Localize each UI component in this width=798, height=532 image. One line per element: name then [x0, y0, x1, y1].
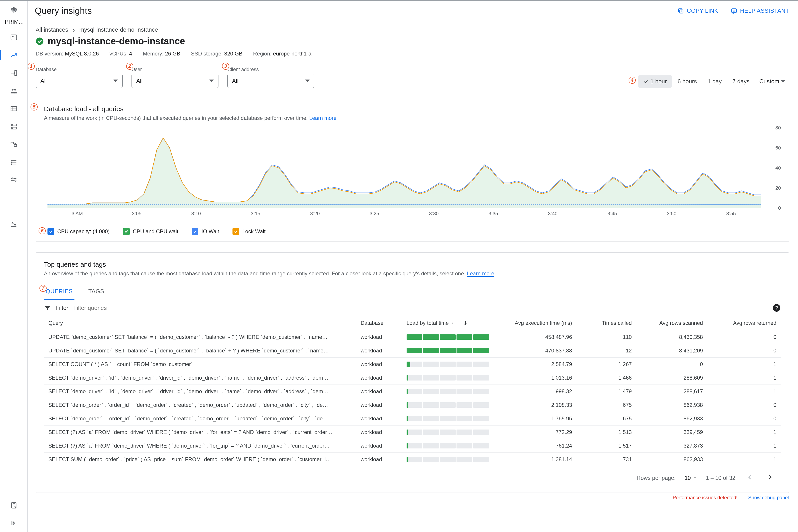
- cell-rows-returned: 1: [707, 358, 781, 371]
- col-avg-exec[interactable]: Avg execution time (ms): [498, 316, 576, 330]
- pagination: Rows per page: 10 1 – 10 of 32: [44, 466, 781, 486]
- help-icon[interactable]: ?: [773, 304, 780, 312]
- filter-queries-input[interactable]: [73, 304, 768, 312]
- col-rows-returned[interactable]: Avg rows returned: [707, 316, 781, 330]
- nav-item-tables[interactable]: [0, 100, 27, 118]
- help-assistant-button[interactable]: HELP ASSISTANT: [731, 7, 789, 14]
- nav-item-settings[interactable]: [0, 171, 27, 189]
- nav-item-query-insights[interactable]: [0, 46, 27, 64]
- filter-icon: [44, 305, 51, 311]
- cell-query: SELECT `demo_driver` . `id` , `demo_driv…: [44, 385, 356, 398]
- cell-query: SELECT COUNT ( * ) AS `__count` FROM `de…: [44, 358, 356, 371]
- nav-item-release-notes[interactable]: [0, 496, 27, 514]
- legend-lock-wait[interactable]: Lock Wait: [233, 228, 265, 235]
- chart-title: Database load - all queries: [44, 105, 781, 113]
- col-database[interactable]: Database: [356, 316, 402, 330]
- cell-database: workload: [356, 330, 402, 344]
- table-row[interactable]: UPDATE `demo_customer` SET `balance` = (…: [44, 330, 781, 344]
- time-chip-7days[interactable]: 7 days: [727, 75, 755, 88]
- svg-point-4: [14, 89, 16, 91]
- cell-rows-scanned: 288,609: [636, 371, 707, 385]
- tab-tags[interactable]: TAGS: [87, 283, 106, 300]
- chevron-down-icon: [781, 80, 785, 83]
- svg-point-19: [11, 164, 12, 165]
- database-load-chart[interactable]: 020406080 3 AM3:053:103:153:203:253:303:…: [44, 128, 781, 222]
- svg-point-17: [11, 160, 12, 160]
- chart-subtitle: A measure of the work (in CPU-seconds) t…: [44, 115, 781, 121]
- table-row[interactable]: SELECT `demo_order` . `order_id` , `demo…: [44, 412, 781, 425]
- time-chip-custom[interactable]: Custom: [755, 75, 789, 88]
- rows-per-page-select[interactable]: 10: [685, 475, 697, 481]
- client-address-filter[interactable]: All: [227, 74, 314, 88]
- learn-more-link[interactable]: Learn more: [309, 115, 337, 121]
- chevron-down-icon: [305, 79, 310, 82]
- learn-more-link[interactable]: Learn more: [467, 270, 495, 277]
- col-query[interactable]: Query: [44, 316, 356, 330]
- nav-item-collapse[interactable]: [0, 514, 27, 532]
- col-load[interactable]: Load by total time: [402, 316, 499, 330]
- time-chip-6hours[interactable]: 6 hours: [672, 75, 702, 88]
- user-filter[interactable]: All: [131, 74, 219, 88]
- svg-rect-30: [679, 9, 682, 12]
- svg-point-34: [36, 38, 43, 45]
- nav-item-users[interactable]: [0, 82, 27, 100]
- user-filter-label: User: [131, 66, 219, 72]
- cell-query: SELECT (?) AS `a` FROM `demo_driver` WHE…: [44, 439, 356, 453]
- cell-times-called: 12: [576, 344, 636, 358]
- nav-item-replication[interactable]: [0, 135, 27, 153]
- cell-rows-returned: 0: [707, 344, 781, 358]
- nav-item-backups[interactable]: [0, 118, 27, 135]
- cell-times-called: 1,466: [576, 371, 636, 385]
- cell-rows-returned: 1: [707, 439, 781, 453]
- tab-queries[interactable]: QUERIES: [44, 283, 74, 300]
- page-next-button[interactable]: [764, 472, 776, 484]
- page-header: Query insights COPY LINK HELP ASSISTANT: [27, 1, 798, 21]
- table-row[interactable]: SELECT `demo_order` . `order_id` , `demo…: [44, 398, 781, 412]
- table-row[interactable]: SELECT COUNT ( * ) AS `__count` FROM `de…: [44, 358, 781, 371]
- table-row[interactable]: SELECT `demo_driver` . `id` , `demo_driv…: [44, 371, 781, 385]
- legend-cpu-wait[interactable]: CPU and CPU wait: [123, 228, 178, 235]
- svg-rect-1: [12, 36, 13, 37]
- legend-io-wait[interactable]: IO Wait: [192, 228, 219, 235]
- product-logo[interactable]: [8, 4, 20, 16]
- cell-times-called: 1,517: [576, 439, 636, 453]
- svg-point-22: [15, 180, 16, 181]
- table-row[interactable]: SELECT `demo_driver` . `id` , `demo_driv…: [44, 385, 781, 398]
- annotation-badge-6: 6: [39, 227, 46, 234]
- cell-rows-scanned: 339,459: [636, 425, 707, 439]
- rows-per-page-label: Rows per page:: [637, 475, 675, 481]
- database-filter[interactable]: All: [36, 74, 123, 88]
- nav-item-dashboard[interactable]: [0, 28, 27, 46]
- nav-item-maintenance[interactable]: [0, 216, 27, 233]
- breadcrumb-root[interactable]: All instances: [36, 26, 68, 33]
- svg-point-11: [12, 128, 13, 129]
- cell-avg-exec: 761.24: [498, 439, 576, 453]
- cell-database: workload: [356, 371, 402, 385]
- cell-times-called: 1,513: [576, 425, 636, 439]
- show-debug-panel-link[interactable]: Show debug panel: [748, 495, 789, 500]
- annotation-badge-2: 2: [126, 63, 133, 70]
- table-row[interactable]: SELECT SUM ( `demo_order` . `price` ) AS…: [44, 453, 781, 466]
- table-row[interactable]: UPDATE `demo_customer` SET `balance` = (…: [44, 344, 781, 358]
- legend-cpu-capacity[interactable]: CPU capacity: (4.000): [48, 228, 110, 235]
- cell-rows-returned: 1: [707, 453, 781, 466]
- nav-item-import[interactable]: [0, 64, 27, 82]
- time-chip-1day[interactable]: 1 day: [703, 75, 727, 88]
- table-row[interactable]: SELECT (?) AS `a` FROM `demo_driver` WHE…: [44, 439, 781, 453]
- cell-avg-exec: 458,487.96: [498, 330, 576, 344]
- nav-item-operations[interactable]: [0, 153, 27, 171]
- page-prev-button[interactable]: [744, 472, 756, 484]
- cell-load: [402, 398, 499, 412]
- cell-load: [402, 412, 499, 425]
- cell-rows-scanned: 8,430,358: [636, 330, 707, 344]
- copy-link-button[interactable]: COPY LINK: [678, 7, 718, 14]
- cell-avg-exec: 2,584.79: [498, 358, 576, 371]
- cell-load: [402, 439, 499, 453]
- table-row[interactable]: SELECT (?) AS `a` FROM `demo_driver` WHE…: [44, 425, 781, 439]
- instance-meta: DB version: MySQL 8.0.26 vCPUs: 4 Memory…: [36, 51, 789, 57]
- svg-rect-13: [14, 145, 17, 147]
- cell-rows-returned: 0: [707, 412, 781, 425]
- col-rows-scanned[interactable]: Avg rows scanned: [636, 316, 707, 330]
- col-times-called[interactable]: Times called: [576, 316, 636, 330]
- time-chip-1hour[interactable]: 1 hour: [638, 75, 672, 88]
